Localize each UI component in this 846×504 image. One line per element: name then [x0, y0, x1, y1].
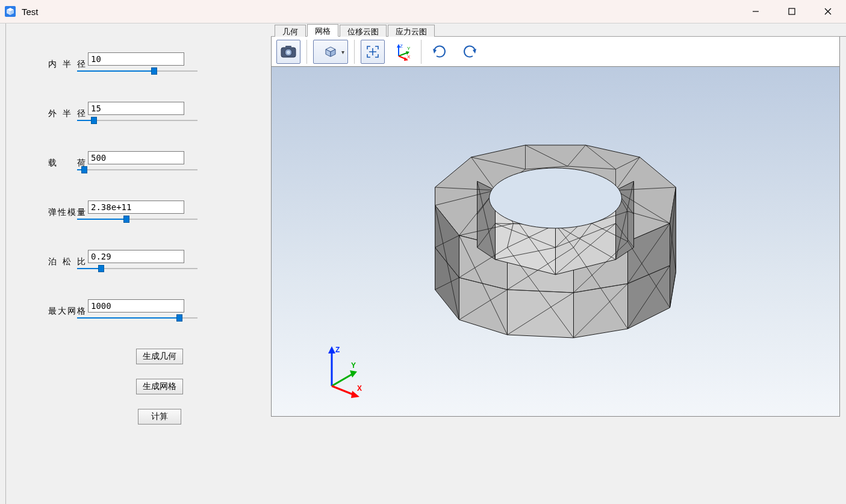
axes-icon[interactable]: Z Y X — [391, 40, 415, 64]
svg-marker-18 — [433, 49, 437, 54]
outer-radius-input[interactable] — [88, 102, 184, 115]
tab-mesh[interactable]: 网格 — [307, 24, 338, 37]
svg-line-24 — [332, 373, 355, 386]
viewer-toolbar: Z Y X — [272, 37, 839, 67]
svg-point-8 — [287, 51, 290, 54]
screenshot-icon[interactable] — [276, 40, 300, 64]
window-title: Test — [22, 7, 39, 17]
svg-rect-2 — [789, 8, 795, 14]
axis-triad: Z Y X — [320, 344, 374, 398]
svg-text:Y: Y — [351, 361, 356, 370]
svg-marker-19 — [473, 49, 476, 54]
outer-radius-slider[interactable] — [77, 114, 198, 126]
rotate-cw-icon[interactable] — [428, 40, 452, 64]
load-slider[interactable] — [77, 163, 198, 175]
svg-text:Y: Y — [407, 46, 411, 51]
emodulus-input[interactable] — [88, 201, 184, 214]
parameter-panel: 内半径 外半径 载荷 — [6, 23, 271, 504]
svg-rect-6 — [285, 46, 291, 49]
max-mesh-slider[interactable] — [77, 311, 198, 323]
svg-text:Z: Z — [335, 346, 340, 354]
compute-button[interactable]: 计算 — [138, 409, 181, 425]
cube-view-icon[interactable] — [313, 40, 348, 64]
app-icon — [4, 5, 17, 18]
rotate-ccw-icon[interactable] — [458, 40, 482, 64]
tab-geometry[interactable]: 几何 — [275, 25, 306, 37]
left-gutter — [0, 23, 6, 504]
svg-text:Z: Z — [400, 43, 403, 49]
tab-displacement[interactable]: 位移云图 — [340, 25, 387, 37]
main-panel: 几何 网格 位移云图 应力云图 — [271, 23, 846, 504]
svg-marker-22 — [328, 346, 335, 353]
svg-text:X: X — [407, 54, 411, 60]
poisson-input[interactable] — [88, 250, 184, 263]
inner-radius-slider[interactable] — [77, 64, 198, 76]
poisson-slider[interactable] — [77, 262, 198, 274]
tab-stress[interactable]: 应力云图 — [388, 25, 435, 37]
svg-text:X: X — [357, 384, 362, 393]
emodulus-slider[interactable] — [77, 213, 198, 225]
close-button[interactable] — [810, 0, 846, 23]
minimize-button[interactable] — [738, 0, 774, 23]
svg-point-20 — [490, 168, 622, 228]
max-mesh-input[interactable] — [88, 299, 184, 313]
maximize-button[interactable] — [774, 0, 810, 23]
generate-mesh-button[interactable]: 生成网格 — [136, 379, 183, 394]
3d-viewport[interactable]: Z Y X — [272, 67, 839, 416]
title-bar: Test — [0, 0, 846, 23]
view-tabs: 几何 网格 位移云图 应力云图 — [271, 23, 846, 37]
generate-geometry-button[interactable]: 生成几何 — [136, 349, 183, 364]
inner-radius-input[interactable] — [88, 52, 184, 66]
load-input[interactable] — [88, 151, 184, 164]
fit-view-icon[interactable] — [361, 40, 385, 64]
